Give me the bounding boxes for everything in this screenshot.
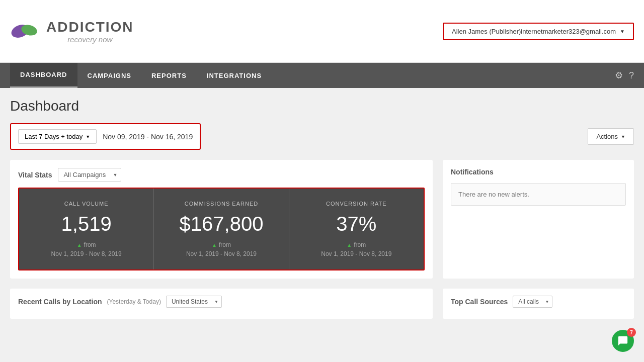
conversion-date-range: Nov 1, 2019 - Nov 8, 2019 — [321, 250, 391, 257]
chevron-down-icon: ▼ — [621, 134, 625, 139]
date-range-text: Nov 09, 2019 - Nov 16, 2019 — [103, 133, 193, 141]
top-sources-section: Top Call Sources All calls — [443, 289, 634, 319]
stats-cards: CALL VOLUME 1,519 ▲ from Nov 1, 2019 - N… — [18, 188, 425, 270]
bottom-section: Recent Calls by Location (Yesterday & To… — [10, 289, 634, 319]
help-icon[interactable]: ? — [629, 70, 634, 81]
stat-card-commissions: COMMISSIONS EARNED $167,800 ▲ from Nov 1… — [154, 189, 289, 269]
campaign-select-wrap: All Campaigns — [58, 168, 121, 182]
main-content: Dashboard Last 7 Days + today ▼ Nov 09, … — [0, 88, 644, 362]
stat-card-call-volume: CALL VOLUME 1,519 ▲ from Nov 1, 2019 - N… — [19, 189, 154, 269]
period-label: (Yesterday & Today) — [107, 298, 160, 305]
date-filter-dropdown[interactable]: Last 7 Days + today ▼ — [18, 129, 97, 144]
recent-calls-title: Recent Calls by Location — [18, 298, 102, 306]
notifications-section: Notifications There are no new alerts. — [443, 160, 634, 279]
conversion-label: CONVERSION RATE — [299, 201, 414, 207]
stats-title: Vital Stats — [18, 171, 52, 179]
call-volume-value: 1,519 — [29, 213, 143, 235]
page-title: Dashboard — [10, 98, 634, 114]
notifications-title: Notifications — [451, 168, 626, 176]
logo-text: ADDICTION recovery now — [46, 19, 134, 44]
recent-calls-header: Recent Calls by Location (Yesterday & To… — [18, 296, 425, 308]
call-volume-date-range: Nov 1, 2019 - Nov 8, 2019 — [51, 250, 122, 257]
chat-icon — [617, 335, 628, 346]
stats-section: Vital Stats All Campaigns CALL VOLUME 1,… — [10, 160, 634, 279]
nav-bar: DASHBOARD CAMPAIGNS REPORTS INTEGRATIONS… — [0, 63, 644, 88]
conversion-from: ▲ from Nov 1, 2019 - Nov 8, 2019 — [299, 241, 414, 257]
all-calls-select[interactable]: All calls — [513, 296, 552, 308]
chevron-down-icon: ▼ — [620, 29, 625, 34]
stat-card-conversion: CONVERSION RATE 37% ▲ from Nov 1, 2019 -… — [289, 189, 424, 269]
conversion-from-label: from — [354, 241, 366, 248]
stats-header: Vital Stats All Campaigns — [18, 168, 425, 182]
user-label: Allen James (Publisher)internetmarketer3… — [452, 28, 616, 35]
logo-title: ADDICTION — [46, 19, 134, 35]
commissions-from-label: from — [219, 241, 231, 248]
all-calls-select-wrap: All calls — [513, 296, 552, 308]
conversion-value: 37% — [299, 213, 414, 235]
logo-area: ADDICTION recovery now — [10, 16, 134, 46]
user-dropdown[interactable]: Allen James (Publisher)internetmarketer3… — [443, 23, 634, 40]
commissions-value: $167,800 — [164, 213, 278, 235]
call-volume-from: ▲ from Nov 1, 2019 - Nov 8, 2019 — [29, 241, 143, 257]
actions-button[interactable]: Actions ▼ — [588, 128, 634, 145]
date-filter-label: Last 7 Days + today — [25, 133, 83, 140]
nav-item-campaigns[interactable]: CAMPAIGNS — [77, 63, 141, 88]
up-arrow-icon: ▲ — [347, 242, 352, 248]
nav-left: DASHBOARD CAMPAIGNS REPORTS INTEGRATIONS — [10, 63, 272, 88]
actions-label: Actions — [596, 133, 618, 140]
top-sources-header: Top Call Sources All calls — [451, 296, 626, 308]
location-select[interactable]: United States — [166, 296, 222, 308]
logo-subtitle: recovery now — [46, 35, 134, 44]
up-arrow-icon: ▲ — [212, 242, 217, 248]
chat-bubble[interactable]: 7 — [612, 330, 634, 352]
date-filter-bar: Last 7 Days + today ▼ Nov 09, 2019 - Nov… — [10, 123, 634, 150]
chevron-down-icon: ▼ — [86, 134, 90, 139]
commissions-date-range: Nov 1, 2019 - Nov 8, 2019 — [186, 250, 257, 257]
recent-calls-section: Recent Calls by Location (Yesterday & To… — [10, 289, 433, 319]
date-filter-left: Last 7 Days + today ▼ Nov 09, 2019 - Nov… — [10, 123, 201, 150]
call-volume-from-label: from — [84, 241, 96, 248]
call-volume-label: CALL VOLUME — [29, 201, 143, 207]
notifications-box: There are no new alerts. — [451, 183, 626, 206]
nav-item-integrations[interactable]: INTEGRATIONS — [197, 63, 272, 88]
stats-main: Vital Stats All Campaigns CALL VOLUME 1,… — [10, 160, 433, 279]
nav-item-reports[interactable]: REPORTS — [141, 63, 197, 88]
top-sources-title: Top Call Sources — [451, 298, 508, 306]
chat-badge: 7 — [627, 328, 636, 337]
gear-icon[interactable]: ⚙ — [615, 70, 623, 81]
nav-right: ⚙ ? — [615, 70, 634, 81]
commissions-from: ▲ from Nov 1, 2019 - Nov 8, 2019 — [164, 241, 278, 257]
nav-item-dashboard[interactable]: DASHBOARD — [10, 63, 77, 88]
campaign-select[interactable]: All Campaigns — [58, 168, 121, 182]
location-select-wrap: United States — [166, 296, 222, 308]
up-arrow-icon: ▲ — [77, 242, 82, 248]
commissions-label: COMMISSIONS EARNED — [164, 201, 278, 207]
logo-icon — [10, 16, 40, 46]
top-header: ADDICTION recovery now Allen James (Publ… — [0, 0, 644, 63]
